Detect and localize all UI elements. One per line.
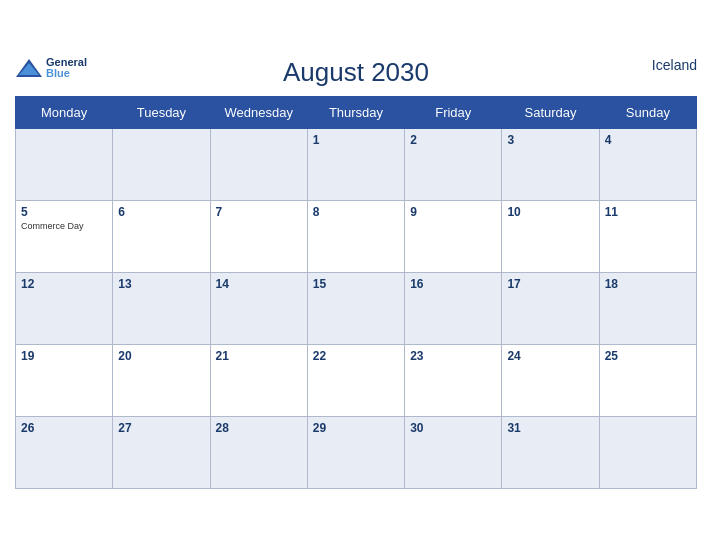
day-number: 26 xyxy=(21,421,107,435)
header-tuesday: Tuesday xyxy=(113,96,210,128)
week-row-5: 262728293031 xyxy=(16,416,697,488)
day-cell-4-2: 28 xyxy=(210,416,307,488)
day-cell-1-1: 6 xyxy=(113,200,210,272)
day-number: 10 xyxy=(507,205,593,219)
day-number: 25 xyxy=(605,349,691,363)
day-cell-1-6: 11 xyxy=(599,200,696,272)
calendar-header: General Blue August 2030 Iceland xyxy=(15,57,697,88)
day-number: 29 xyxy=(313,421,399,435)
day-cell-1-3: 8 xyxy=(307,200,404,272)
day-number: 14 xyxy=(216,277,302,291)
day-number: 31 xyxy=(507,421,593,435)
day-number: 18 xyxy=(605,277,691,291)
day-cell-3-0: 19 xyxy=(16,344,113,416)
day-cell-4-5: 31 xyxy=(502,416,599,488)
day-cell-0-4: 2 xyxy=(405,128,502,200)
day-number: 9 xyxy=(410,205,496,219)
day-number: 5 xyxy=(21,205,107,219)
day-cell-0-0 xyxy=(16,128,113,200)
day-number: 1 xyxy=(313,133,399,147)
day-cell-1-2: 7 xyxy=(210,200,307,272)
day-cell-3-6: 25 xyxy=(599,344,696,416)
day-number: 19 xyxy=(21,349,107,363)
day-cell-0-1 xyxy=(113,128,210,200)
header-friday: Friday xyxy=(405,96,502,128)
generalblue-logo-icon xyxy=(15,58,43,78)
logo-blue-text: Blue xyxy=(46,68,87,79)
day-cell-2-6: 18 xyxy=(599,272,696,344)
day-cell-2-3: 15 xyxy=(307,272,404,344)
day-number: 15 xyxy=(313,277,399,291)
day-number: 17 xyxy=(507,277,593,291)
day-cell-4-0: 26 xyxy=(16,416,113,488)
day-cell-1-0: 5Commerce Day xyxy=(16,200,113,272)
day-cell-2-0: 12 xyxy=(16,272,113,344)
day-number: 27 xyxy=(118,421,204,435)
day-number: 6 xyxy=(118,205,204,219)
day-cell-0-3: 1 xyxy=(307,128,404,200)
day-cell-3-3: 22 xyxy=(307,344,404,416)
day-cell-3-1: 20 xyxy=(113,344,210,416)
day-cell-3-2: 21 xyxy=(210,344,307,416)
calendar-title: August 2030 xyxy=(15,57,697,88)
day-number: 23 xyxy=(410,349,496,363)
day-event: Commerce Day xyxy=(21,221,107,231)
day-number: 28 xyxy=(216,421,302,435)
day-number: 8 xyxy=(313,205,399,219)
header-monday: Monday xyxy=(16,96,113,128)
day-cell-0-5: 3 xyxy=(502,128,599,200)
calendar-table: Monday Tuesday Wednesday Thursday Friday… xyxy=(15,96,697,489)
header-sunday: Sunday xyxy=(599,96,696,128)
week-row-2: 5Commerce Day67891011 xyxy=(16,200,697,272)
day-cell-4-6 xyxy=(599,416,696,488)
week-row-4: 19202122232425 xyxy=(16,344,697,416)
day-number: 7 xyxy=(216,205,302,219)
day-cell-4-4: 30 xyxy=(405,416,502,488)
day-number: 24 xyxy=(507,349,593,363)
country-label: Iceland xyxy=(652,57,697,73)
day-cell-2-2: 14 xyxy=(210,272,307,344)
day-cell-2-5: 17 xyxy=(502,272,599,344)
day-cell-0-2 xyxy=(210,128,307,200)
logo-words: General Blue xyxy=(46,57,87,79)
day-cell-3-4: 23 xyxy=(405,344,502,416)
day-cell-3-5: 24 xyxy=(502,344,599,416)
day-number: 21 xyxy=(216,349,302,363)
day-number: 22 xyxy=(313,349,399,363)
weekday-header-row: Monday Tuesday Wednesday Thursday Friday… xyxy=(16,96,697,128)
header-thursday: Thursday xyxy=(307,96,404,128)
calendar-wrapper: General Blue August 2030 Iceland Monday … xyxy=(0,47,712,504)
day-cell-2-1: 13 xyxy=(113,272,210,344)
day-number: 30 xyxy=(410,421,496,435)
week-row-3: 12131415161718 xyxy=(16,272,697,344)
day-number: 12 xyxy=(21,277,107,291)
header-saturday: Saturday xyxy=(502,96,599,128)
day-cell-1-4: 9 xyxy=(405,200,502,272)
logo-general-text: General xyxy=(46,57,87,68)
day-cell-0-6: 4 xyxy=(599,128,696,200)
day-cell-4-1: 27 xyxy=(113,416,210,488)
day-number: 3 xyxy=(507,133,593,147)
day-cell-1-5: 10 xyxy=(502,200,599,272)
day-number: 20 xyxy=(118,349,204,363)
week-row-1: 1234 xyxy=(16,128,697,200)
day-number: 2 xyxy=(410,133,496,147)
day-cell-4-3: 29 xyxy=(307,416,404,488)
day-number: 16 xyxy=(410,277,496,291)
day-number: 13 xyxy=(118,277,204,291)
day-cell-2-4: 16 xyxy=(405,272,502,344)
day-number: 11 xyxy=(605,205,691,219)
logo-area: General Blue xyxy=(15,57,87,79)
header-wednesday: Wednesday xyxy=(210,96,307,128)
day-number: 4 xyxy=(605,133,691,147)
logo-container: General Blue xyxy=(15,57,87,79)
